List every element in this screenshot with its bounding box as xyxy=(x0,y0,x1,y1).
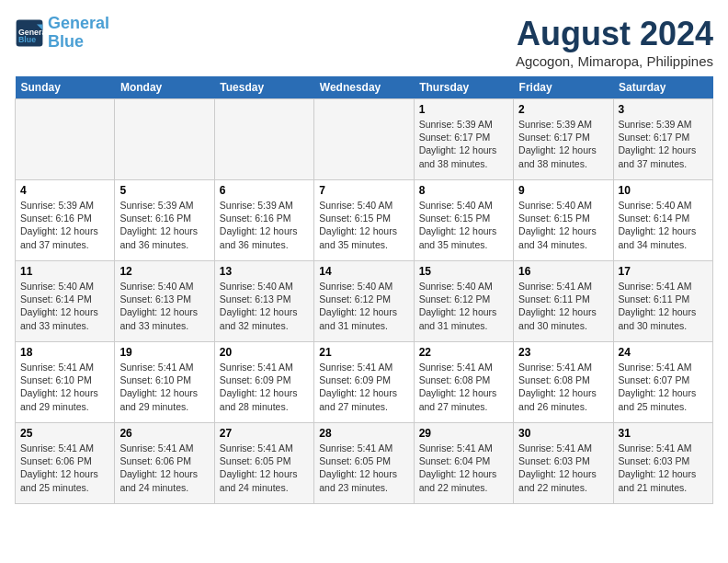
day-number: 4 xyxy=(20,184,109,197)
day-number: 3 xyxy=(619,103,708,116)
day-number: 31 xyxy=(619,427,708,440)
day-number: 27 xyxy=(220,427,309,440)
day-info: Sunrise: 5:40 AM Sunset: 6:12 PM Dayligh… xyxy=(419,280,508,332)
day-number: 24 xyxy=(619,346,708,359)
calendar-cell: 21Sunrise: 5:41 AM Sunset: 6:09 PM Dayli… xyxy=(314,342,414,423)
day-info: Sunrise: 5:41 AM Sunset: 6:03 PM Dayligh… xyxy=(619,442,708,494)
day-number: 20 xyxy=(220,346,309,359)
day-number: 11 xyxy=(20,265,109,278)
day-number: 26 xyxy=(119,427,209,440)
calendar-cell: 11Sunrise: 5:40 AM Sunset: 6:14 PM Dayli… xyxy=(16,261,115,342)
day-number: 19 xyxy=(119,346,209,359)
weekday-header-saturday: Saturday xyxy=(613,76,712,99)
day-number: 25 xyxy=(20,427,109,440)
calendar-cell: 26Sunrise: 5:41 AM Sunset: 6:06 PM Dayli… xyxy=(115,423,214,504)
day-info: Sunrise: 5:41 AM Sunset: 6:07 PM Dayligh… xyxy=(619,361,708,413)
calendar-cell: 7Sunrise: 5:40 AM Sunset: 6:15 PM Daylig… xyxy=(314,180,414,261)
weekday-header-monday: Monday xyxy=(115,76,214,99)
location-subtitle: Agcogon, Mimaropa, Philippines xyxy=(516,53,713,69)
calendar-cell: 30Sunrise: 5:41 AM Sunset: 6:03 PM Dayli… xyxy=(514,423,613,504)
calendar-cell xyxy=(214,99,313,180)
logo-icon: General Blue xyxy=(15,18,44,48)
month-year-title: August 2024 xyxy=(516,15,713,53)
calendar-cell: 25Sunrise: 5:41 AM Sunset: 6:06 PM Dayli… xyxy=(16,423,115,504)
calendar-cell: 27Sunrise: 5:41 AM Sunset: 6:05 PM Dayli… xyxy=(214,423,313,504)
day-number: 9 xyxy=(518,184,608,197)
day-info: Sunrise: 5:41 AM Sunset: 6:10 PM Dayligh… xyxy=(20,361,109,413)
calendar-table: SundayMondayTuesdayWednesdayThursdayFrid… xyxy=(15,76,713,504)
calendar-week-row: 1Sunrise: 5:39 AM Sunset: 6:17 PM Daylig… xyxy=(16,99,713,180)
calendar-week-row: 25Sunrise: 5:41 AM Sunset: 6:06 PM Dayli… xyxy=(16,423,713,504)
day-info: Sunrise: 5:40 AM Sunset: 6:15 PM Dayligh… xyxy=(419,199,508,251)
calendar-cell: 3Sunrise: 5:39 AM Sunset: 6:17 PM Daylig… xyxy=(613,99,712,180)
day-info: Sunrise: 5:40 AM Sunset: 6:12 PM Dayligh… xyxy=(319,280,408,332)
day-number: 1 xyxy=(419,103,508,116)
day-info: Sunrise: 5:40 AM Sunset: 6:15 PM Dayligh… xyxy=(518,199,608,251)
day-info: Sunrise: 5:39 AM Sunset: 6:17 PM Dayligh… xyxy=(419,118,508,170)
day-number: 12 xyxy=(119,265,209,278)
calendar-cell: 28Sunrise: 5:41 AM Sunset: 6:05 PM Dayli… xyxy=(314,423,414,504)
calendar-cell: 17Sunrise: 5:41 AM Sunset: 6:11 PM Dayli… xyxy=(613,261,712,342)
day-number: 6 xyxy=(220,184,309,197)
calendar-cell: 8Sunrise: 5:40 AM Sunset: 6:15 PM Daylig… xyxy=(414,180,513,261)
calendar-cell xyxy=(314,99,414,180)
weekday-header-sunday: Sunday xyxy=(16,76,115,99)
day-info: Sunrise: 5:41 AM Sunset: 6:04 PM Dayligh… xyxy=(419,442,508,494)
day-number: 13 xyxy=(220,265,309,278)
day-number: 17 xyxy=(619,265,708,278)
day-number: 23 xyxy=(518,346,608,359)
day-info: Sunrise: 5:39 AM Sunset: 6:17 PM Dayligh… xyxy=(619,118,708,170)
day-info: Sunrise: 5:40 AM Sunset: 6:14 PM Dayligh… xyxy=(619,199,708,251)
weekday-header-tuesday: Tuesday xyxy=(214,76,313,99)
day-info: Sunrise: 5:41 AM Sunset: 6:06 PM Dayligh… xyxy=(20,442,109,494)
title-block: August 2024 Agcogon, Mimaropa, Philippin… xyxy=(516,15,713,69)
page-header: General Blue GeneralBlue August 2024 Agc… xyxy=(15,15,713,69)
day-info: Sunrise: 5:39 AM Sunset: 6:16 PM Dayligh… xyxy=(119,199,209,251)
svg-text:Blue: Blue xyxy=(18,35,36,44)
day-number: 8 xyxy=(419,184,508,197)
day-number: 18 xyxy=(20,346,109,359)
calendar-week-row: 18Sunrise: 5:41 AM Sunset: 6:10 PM Dayli… xyxy=(16,342,713,423)
calendar-cell: 15Sunrise: 5:40 AM Sunset: 6:12 PM Dayli… xyxy=(414,261,513,342)
day-number: 29 xyxy=(419,427,508,440)
calendar-cell: 12Sunrise: 5:40 AM Sunset: 6:13 PM Dayli… xyxy=(115,261,214,342)
calendar-cell: 20Sunrise: 5:41 AM Sunset: 6:09 PM Dayli… xyxy=(214,342,313,423)
calendar-cell: 4Sunrise: 5:39 AM Sunset: 6:16 PM Daylig… xyxy=(16,180,115,261)
day-info: Sunrise: 5:41 AM Sunset: 6:05 PM Dayligh… xyxy=(319,442,408,494)
calendar-cell: 14Sunrise: 5:40 AM Sunset: 6:12 PM Dayli… xyxy=(314,261,414,342)
calendar-cell: 2Sunrise: 5:39 AM Sunset: 6:17 PM Daylig… xyxy=(514,99,613,180)
day-number: 10 xyxy=(619,184,708,197)
calendar-cell: 29Sunrise: 5:41 AM Sunset: 6:04 PM Dayli… xyxy=(414,423,513,504)
day-info: Sunrise: 5:40 AM Sunset: 6:14 PM Dayligh… xyxy=(20,280,109,332)
day-info: Sunrise: 5:39 AM Sunset: 6:17 PM Dayligh… xyxy=(518,118,608,170)
day-info: Sunrise: 5:41 AM Sunset: 6:08 PM Dayligh… xyxy=(419,361,508,413)
day-number: 28 xyxy=(319,427,408,440)
day-info: Sunrise: 5:41 AM Sunset: 6:06 PM Dayligh… xyxy=(119,442,209,494)
calendar-header-row: SundayMondayTuesdayWednesdayThursdayFrid… xyxy=(16,76,713,99)
calendar-cell: 18Sunrise: 5:41 AM Sunset: 6:10 PM Dayli… xyxy=(16,342,115,423)
day-number: 22 xyxy=(419,346,508,359)
calendar-cell: 10Sunrise: 5:40 AM Sunset: 6:14 PM Dayli… xyxy=(613,180,712,261)
calendar-cell: 16Sunrise: 5:41 AM Sunset: 6:11 PM Dayli… xyxy=(514,261,613,342)
day-number: 16 xyxy=(518,265,608,278)
day-info: Sunrise: 5:41 AM Sunset: 6:11 PM Dayligh… xyxy=(518,280,608,332)
calendar-cell: 22Sunrise: 5:41 AM Sunset: 6:08 PM Dayli… xyxy=(414,342,513,423)
day-info: Sunrise: 5:41 AM Sunset: 6:05 PM Dayligh… xyxy=(220,442,309,494)
day-info: Sunrise: 5:41 AM Sunset: 6:09 PM Dayligh… xyxy=(220,361,309,413)
calendar-week-row: 11Sunrise: 5:40 AM Sunset: 6:14 PM Dayli… xyxy=(16,261,713,342)
day-info: Sunrise: 5:41 AM Sunset: 6:09 PM Dayligh… xyxy=(319,361,408,413)
calendar-week-row: 4Sunrise: 5:39 AM Sunset: 6:16 PM Daylig… xyxy=(16,180,713,261)
day-number: 7 xyxy=(319,184,408,197)
calendar-cell: 9Sunrise: 5:40 AM Sunset: 6:15 PM Daylig… xyxy=(514,180,613,261)
day-info: Sunrise: 5:41 AM Sunset: 6:08 PM Dayligh… xyxy=(518,361,608,413)
calendar-cell: 19Sunrise: 5:41 AM Sunset: 6:10 PM Dayli… xyxy=(115,342,214,423)
calendar-cell xyxy=(16,99,115,180)
calendar-cell xyxy=(115,99,214,180)
day-number: 2 xyxy=(518,103,608,116)
calendar-cell: 1Sunrise: 5:39 AM Sunset: 6:17 PM Daylig… xyxy=(414,99,513,180)
calendar-cell: 6Sunrise: 5:39 AM Sunset: 6:16 PM Daylig… xyxy=(214,180,313,261)
day-number: 30 xyxy=(518,427,608,440)
logo: General Blue GeneralBlue xyxy=(15,15,109,52)
day-number: 14 xyxy=(319,265,408,278)
calendar-cell: 5Sunrise: 5:39 AM Sunset: 6:16 PM Daylig… xyxy=(115,180,214,261)
